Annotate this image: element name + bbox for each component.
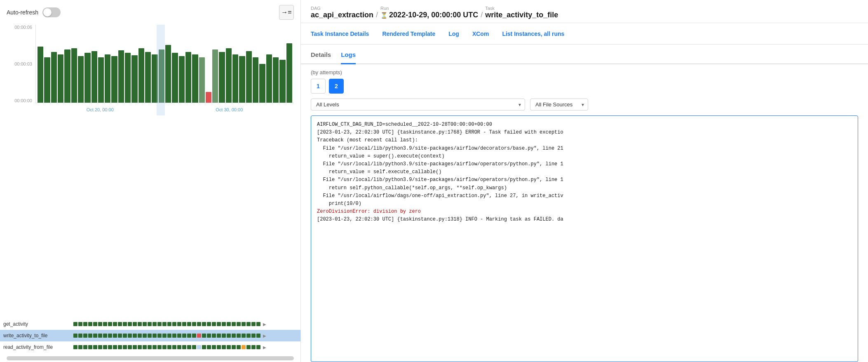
task-dot[interactable]: [118, 322, 122, 326]
task-dot[interactable]: [118, 334, 122, 338]
task-dot[interactable]: [167, 334, 171, 338]
task-dot[interactable]: [162, 345, 167, 349]
task-dot[interactable]: [232, 345, 236, 349]
task-dot[interactable]: [251, 334, 256, 338]
task-dot[interactable]: [197, 322, 201, 326]
task-dot[interactable]: [182, 322, 186, 326]
task-dot[interactable]: [217, 334, 221, 338]
task-dot[interactable]: [237, 322, 241, 326]
sources-filter[interactable]: All File Sources: [530, 99, 588, 110]
task-dot[interactable]: [123, 334, 127, 338]
task-dot[interactable]: [98, 322, 102, 326]
task-dot[interactable]: [103, 334, 107, 338]
task-dot[interactable]: [78, 322, 82, 326]
chart-bar[interactable]: [131, 55, 137, 103]
task-dot[interactable]: [128, 345, 132, 349]
task-dot[interactable]: [143, 322, 147, 326]
chart-bar[interactable]: [192, 54, 198, 103]
levels-filter[interactable]: All Levels: [311, 99, 525, 110]
chart-bar[interactable]: [159, 49, 164, 103]
task-dot[interactable]: [103, 345, 107, 349]
task-dot[interactable]: [148, 334, 152, 338]
chart-bar[interactable]: [232, 54, 238, 103]
task-dot[interactable]: [197, 334, 201, 338]
task-dot[interactable]: [222, 345, 226, 349]
chart-bar[interactable]: [58, 54, 63, 103]
task-dot[interactable]: [177, 322, 181, 326]
task-dot[interactable]: [202, 334, 206, 338]
task-dot[interactable]: [113, 345, 117, 349]
task-dot[interactable]: [167, 345, 171, 349]
task-dot[interactable]: [237, 345, 241, 349]
task-dot[interactable]: [222, 334, 226, 338]
task-dot[interactable]: [177, 345, 181, 349]
attempt-1-btn[interactable]: 1: [311, 79, 326, 94]
task-dot[interactable]: [133, 322, 137, 326]
chart-bar[interactable]: [259, 64, 265, 103]
tab-task-instance-details[interactable]: Task Instance Details: [311, 31, 369, 37]
task-dot[interactable]: [212, 345, 216, 349]
chart-bar[interactable]: [266, 54, 272, 103]
task-dot[interactable]: [88, 345, 92, 349]
chart-bar[interactable]: [179, 56, 185, 103]
task-dot[interactable]: [138, 345, 142, 349]
chart-bar[interactable]: [105, 54, 110, 103]
chart-bar[interactable]: [118, 50, 124, 103]
task-dot[interactable]: [217, 322, 221, 326]
task-dot[interactable]: [93, 334, 97, 338]
chart-bar[interactable]: [273, 57, 279, 103]
task-dot[interactable]: [192, 322, 196, 326]
task-dot[interactable]: [73, 334, 77, 338]
task-dot[interactable]: [152, 345, 157, 349]
task-dot[interactable]: [246, 322, 251, 326]
task-dot[interactable]: [242, 345, 246, 349]
task-dot[interactable]: [113, 322, 117, 326]
task-dot[interactable]: [108, 345, 112, 349]
task-dot[interactable]: [98, 345, 102, 349]
task-dot[interactable]: [88, 322, 92, 326]
task-dot[interactable]: [93, 345, 97, 349]
chart-bar[interactable]: [286, 43, 292, 103]
task-dot[interactable]: [256, 334, 260, 338]
task-dot[interactable]: [187, 334, 191, 338]
chart-bar[interactable]: [38, 47, 43, 103]
task-dot[interactable]: [83, 345, 87, 349]
tab-rendered-template[interactable]: Rendered Template: [382, 31, 435, 37]
tab-xcom[interactable]: XCom: [472, 31, 489, 37]
task-row[interactable]: read_activity_from_file▶: [0, 341, 300, 353]
chart-bar[interactable]: [152, 54, 157, 103]
chart-bar[interactable]: [145, 52, 151, 103]
chart-bar[interactable]: [98, 57, 104, 103]
task-dot[interactable]: [192, 334, 196, 338]
chart-bar[interactable]: [71, 48, 77, 103]
task-dot[interactable]: [118, 345, 122, 349]
task-dot[interactable]: [83, 322, 87, 326]
task-dot[interactable]: [246, 334, 251, 338]
task-dot[interactable]: [133, 345, 137, 349]
play-icon[interactable]: ▶: [263, 322, 266, 327]
auto-refresh-toggle[interactable]: [42, 7, 61, 17]
task-dot[interactable]: [133, 334, 137, 338]
task-dot[interactable]: [207, 345, 211, 349]
tab-log[interactable]: Log: [448, 31, 459, 37]
task-row[interactable]: write_activity_to_file▶: [0, 330, 300, 341]
play-icon[interactable]: ▶: [263, 334, 266, 338]
task-dot[interactable]: [232, 322, 236, 326]
task-dot[interactable]: [246, 345, 251, 349]
task-dot[interactable]: [148, 345, 152, 349]
task-dot[interactable]: [187, 322, 191, 326]
chart-bar[interactable]: [51, 52, 57, 103]
task-dot[interactable]: [232, 334, 236, 338]
task-dot[interactable]: [242, 322, 246, 326]
task-dot[interactable]: [78, 334, 82, 338]
task-dot[interactable]: [202, 322, 206, 326]
task-dot[interactable]: [123, 322, 127, 326]
task-dot[interactable]: [256, 322, 260, 326]
task-dot[interactable]: [157, 345, 162, 349]
task-dot[interactable]: [207, 334, 211, 338]
play-icon[interactable]: ▶: [263, 345, 266, 350]
task-dot[interactable]: [152, 322, 157, 326]
chart-bar[interactable]: [246, 51, 252, 103]
task-dot[interactable]: [157, 322, 162, 326]
task-dot[interactable]: [212, 334, 216, 338]
